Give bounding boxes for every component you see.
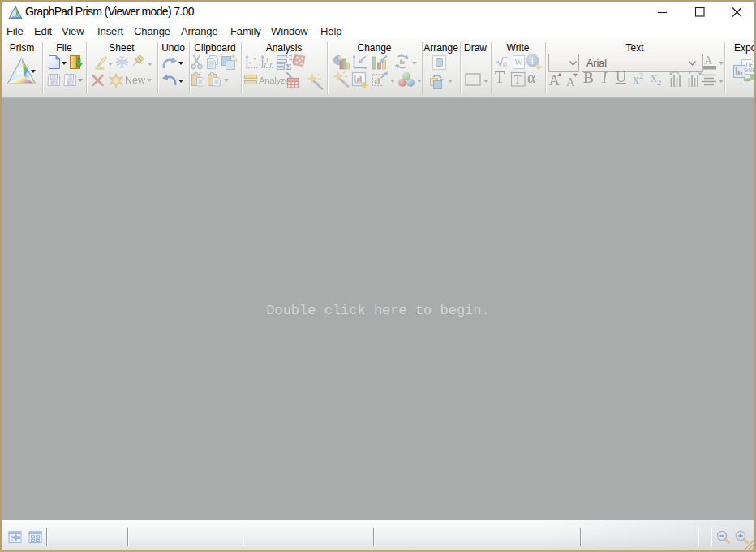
svg-text:Arial: Arial: [586, 58, 607, 69]
svg-text:i: i: [531, 56, 534, 66]
svg-text:a: a: [503, 58, 508, 68]
svg-text:t: t: [270, 59, 273, 69]
svg-text:A: A: [566, 75, 575, 88]
svg-text:A: A: [549, 71, 561, 88]
svg-text:A: A: [704, 54, 713, 67]
svg-text:W: W: [514, 58, 522, 67]
svg-text:T: T: [514, 74, 522, 86]
svg-text:TIF: TIF: [745, 62, 754, 67]
